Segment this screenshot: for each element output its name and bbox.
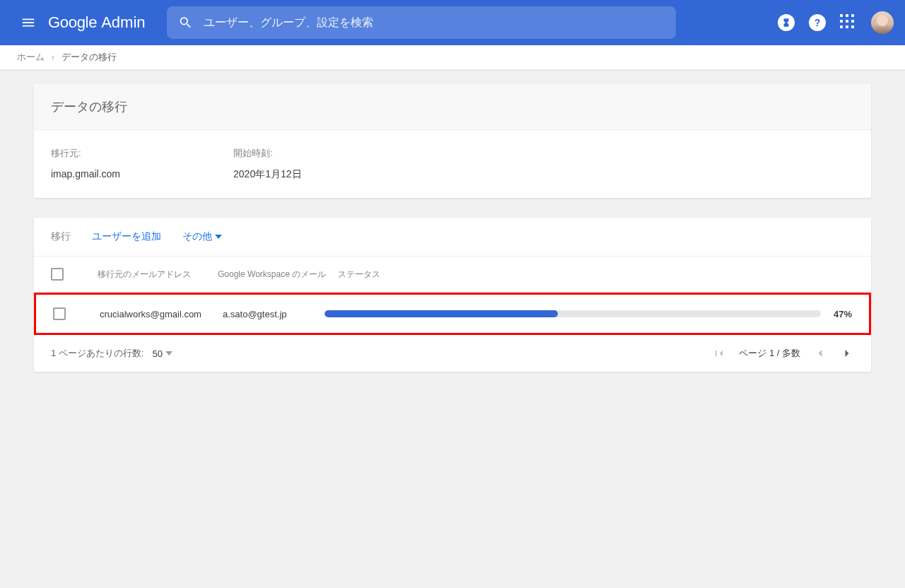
page-title: データの移行 (34, 84, 871, 130)
column-dest: Google Workspace のメール (218, 269, 338, 281)
highlighted-row-annotation: crucialworks@gmail.com a.sato@gtest.jp 4… (34, 293, 871, 335)
row-checkbox[interactable] (53, 307, 66, 320)
hamburger-icon (21, 15, 36, 30)
summary-card: データの移行 移行元: imap.gmail.com 開始時刻: 2020年1月… (34, 84, 871, 198)
help-button[interactable]: ? (809, 14, 826, 31)
add-user-button[interactable]: ユーザーを追加 (92, 230, 161, 243)
progress-percent: 47% (834, 309, 852, 319)
breadcrumb-current: データの移行 (62, 52, 117, 62)
rows-per-page-label: 1 ページあたりの行数: (51, 347, 144, 360)
meta-source: 移行元: imap.gmail.com (51, 147, 120, 181)
breadcrumb: ホーム › データの移行 (0, 45, 905, 70)
source-value: imap.gmail.com (51, 168, 120, 180)
select-all-checkbox[interactable] (51, 268, 64, 281)
first-page-icon[interactable] (712, 346, 726, 360)
source-label: 移行元: (51, 147, 120, 160)
page-indicator: ページ 1 / 多数 (739, 347, 800, 360)
prev-page-icon[interactable] (813, 346, 827, 360)
search-icon (178, 15, 193, 30)
rows-per-page-value: 50 (152, 348, 162, 359)
dropdown-icon (215, 233, 222, 240)
avatar[interactable] (871, 11, 894, 34)
apps-button[interactable] (840, 14, 857, 31)
pager: ページ 1 / 多数 (712, 346, 854, 360)
progress-fill (325, 310, 558, 317)
start-value: 2020年1月12日 (233, 168, 302, 181)
search-input[interactable] (204, 16, 664, 29)
hourglass-icon (781, 18, 791, 28)
logo[interactable]: Google Admin (48, 13, 146, 32)
logo-google: Google (48, 13, 97, 32)
table-section-label: 移行 (51, 230, 71, 243)
row-source-email: crucialworks@gmail.com (100, 309, 223, 319)
breadcrumb-separator: › (52, 52, 54, 62)
migration-table-card: 移行 ユーザーを追加 その他 移行元のメールアドレス Google Worksp… (34, 218, 871, 372)
rows-per-page-select[interactable]: 50 (152, 348, 172, 359)
table-footer: 1 ページあたりの行数: 50 ページ 1 / 多数 (34, 335, 871, 372)
start-label: 開始時刻: (233, 147, 302, 160)
meta-start: 開始時刻: 2020年1月12日 (233, 147, 302, 181)
column-source: 移行元のメールアドレス (98, 269, 218, 281)
table-columns: 移行元のメールアドレス Google Workspace のメール ステータス (34, 257, 871, 293)
breadcrumb-home[interactable]: ホーム (17, 52, 45, 62)
header-actions: ? (778, 11, 894, 34)
row-dest-email: a.sato@gtest.jp (223, 309, 325, 319)
table-row[interactable]: crucialworks@gmail.com a.sato@gtest.jp 4… (36, 295, 869, 333)
next-page-icon[interactable] (840, 346, 854, 360)
more-button[interactable]: その他 (182, 230, 222, 243)
row-status: 47% (325, 309, 852, 319)
table-toolbar: 移行 ユーザーを追加 その他 (34, 218, 871, 257)
app-header: Google Admin ? (0, 0, 905, 45)
column-status: ステータス (338, 269, 380, 281)
dropdown-icon (165, 350, 173, 357)
logo-admin: Admin (101, 13, 145, 32)
question-icon: ? (814, 17, 821, 28)
more-label: その他 (182, 230, 212, 243)
progress-bar (325, 310, 821, 317)
search-bar[interactable] (167, 6, 676, 39)
updates-button[interactable] (778, 14, 795, 31)
menu-button[interactable] (11, 6, 45, 40)
